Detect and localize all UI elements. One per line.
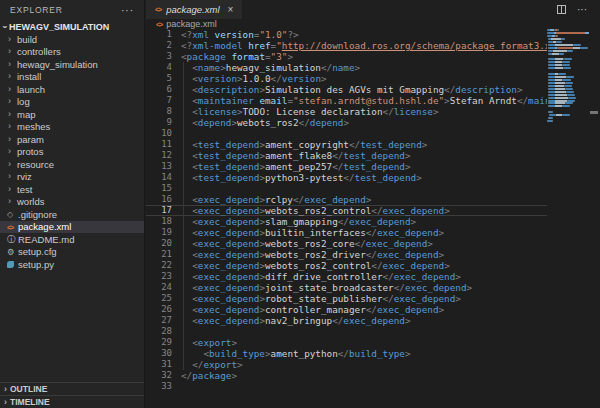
line-number[interactable]: 8: [146, 106, 172, 117]
line-number[interactable]: 3: [146, 51, 172, 62]
file-row-.gitignore[interactable]: .gitignore: [0, 208, 144, 221]
line-number[interactable]: 22: [146, 260, 172, 271]
line-number[interactable]: 30: [146, 348, 172, 359]
tree-row-rviz[interactable]: ›rviz: [0, 171, 144, 184]
tree-row-worlds[interactable]: ›worlds: [0, 196, 144, 209]
tree-row-controllers[interactable]: ›controllers: [0, 46, 144, 59]
tree-row-resource[interactable]: ›resource: [0, 158, 144, 171]
minimap-line: [547, 79, 589, 81]
code-line-text[interactable]: <export>: [181, 337, 547, 348]
tree-row-install[interactable]: ›install: [0, 71, 144, 84]
code-line-text[interactable]: </package>: [181, 370, 547, 381]
code-line-text[interactable]: <test_depend>python3-pytest</test_depend…: [181, 172, 547, 183]
line-number[interactable]: 12: [146, 150, 172, 161]
tree-row-log[interactable]: ›log: [0, 96, 144, 109]
file-row-setup.cfg[interactable]: setup.cfg: [0, 246, 144, 259]
tree-row-build[interactable]: ›build: [0, 33, 144, 46]
code-line-text[interactable]: <?xml version="1.0"?>: [181, 29, 547, 40]
line-number[interactable]: 4: [146, 62, 172, 73]
more-actions-icon[interactable]: [577, 4, 587, 15]
code-line-text[interactable]: <exec_depend>slam_gmapping</exec_depend>: [181, 216, 547, 227]
code-line: 11 <test_depend>ament_copyright</test_de…: [146, 139, 547, 150]
tree-row-test[interactable]: ›test: [0, 183, 144, 196]
code-line-text[interactable]: <exec_depend>rclpy</exec_depend>: [181, 194, 547, 205]
code-line-text[interactable]: <depend>webots_ros2</depend>: [181, 117, 547, 128]
line-number[interactable]: 29: [146, 337, 172, 348]
line-number[interactable]: 6: [146, 84, 172, 95]
code-line-text[interactable]: <?xml-model href="http://download.ros.or…: [181, 40, 547, 51]
code-line-text[interactable]: <exec_depend>controller_manager</exec_de…: [181, 304, 547, 315]
code-line-text[interactable]: [181, 326, 547, 337]
tree-row-launch[interactable]: ›launch: [0, 83, 144, 96]
code-line-text[interactable]: <name>hewagv_simulation</name>: [181, 62, 547, 73]
code-line-text[interactable]: <exec_depend>webots_ros2_control</exec_d…: [181, 260, 547, 271]
split-editor-icon[interactable]: [557, 5, 566, 14]
code-line-text[interactable]: <exec_depend>nav2_bringup</exec_depend>: [181, 315, 547, 326]
code-line-text[interactable]: [181, 381, 547, 392]
line-number[interactable]: 32: [146, 370, 172, 381]
line-number[interactable]: 25: [146, 293, 172, 304]
line-number[interactable]: 2: [146, 40, 172, 51]
line-number[interactable]: 26: [146, 304, 172, 315]
code-line-text[interactable]: <test_depend>ament_copyright</test_depen…: [181, 139, 547, 150]
code-line-text[interactable]: <test_depend>ament_flake8</test_depend>: [181, 150, 547, 161]
minimap-line: [547, 41, 589, 43]
line-number[interactable]: 15: [146, 183, 172, 194]
tree-row-map[interactable]: ›map: [0, 108, 144, 121]
line-number[interactable]: 13: [146, 161, 172, 172]
code-line-text[interactable]: <exec_depend>webots_ros2_core</exec_depe…: [181, 238, 547, 249]
code-line-text[interactable]: <maintainer email="stefan.arndt@stud.hsh…: [181, 95, 547, 106]
tree-row-meshes[interactable]: ›meshes: [0, 121, 144, 134]
code-line-text[interactable]: <package format="3">: [181, 51, 547, 62]
code-line-text[interactable]: <exec_depend>webots_ros2_control</exec_d…: [181, 205, 547, 216]
tree-row-hewagv_simulation[interactable]: ›hewagv_simulation: [0, 58, 144, 71]
code-line-text[interactable]: <license>TODO: License declaration</lice…: [181, 106, 547, 117]
line-number[interactable]: 9: [146, 117, 172, 128]
code-line-text[interactable]: <exec_depend>joint_state_broadcaster</ex…: [181, 282, 547, 293]
line-number[interactable]: 31: [146, 359, 172, 370]
breadcrumb-item[interactable]: package.xml: [166, 19, 217, 29]
line-number[interactable]: 28: [146, 326, 172, 337]
code-line-text[interactable]: </export>: [181, 359, 547, 370]
line-number[interactable]: 18: [146, 216, 172, 227]
line-number[interactable]: 23: [146, 271, 172, 282]
code-line-text[interactable]: <exec_depend>diff_drive_controller</exec…: [181, 271, 547, 282]
code-line-text[interactable]: <build_type>ament_python</build_type>: [181, 348, 547, 359]
line-number[interactable]: 33: [146, 381, 172, 392]
section-timeline[interactable]: TIMELINE: [0, 395, 144, 408]
line-number[interactable]: 16: [146, 194, 172, 205]
line-number[interactable]: 11: [146, 139, 172, 150]
code-line-text[interactable]: <exec_depend>builtin_interfaces</exec_de…: [181, 227, 547, 238]
tree-row-protos[interactable]: ›protos: [0, 146, 144, 159]
code-line-text[interactable]: [181, 183, 547, 194]
code-line-text[interactable]: <exec_depend>webots_ros2_driver</exec_de…: [181, 249, 547, 260]
file-row-package.xml[interactable]: package.xml: [0, 221, 144, 234]
line-number[interactable]: 21: [146, 249, 172, 260]
code-line-text[interactable]: <version>1.0.0</version>: [181, 73, 547, 84]
line-number[interactable]: 14: [146, 172, 172, 183]
explorer-more-actions-icon[interactable]: ···: [121, 5, 134, 16]
root-folder-row[interactable]: HEWAGV_SIMULATION: [0, 20, 144, 33]
overview-ruler[interactable]: [589, 29, 600, 408]
line-number[interactable]: 20: [146, 238, 172, 249]
line-number[interactable]: 19: [146, 227, 172, 238]
code-line: 15: [146, 183, 547, 194]
line-number[interactable]: 10: [146, 128, 172, 139]
line-number[interactable]: 17: [146, 205, 172, 216]
file-row-setup.py[interactable]: setup.py: [0, 258, 144, 271]
line-number[interactable]: 24: [146, 282, 172, 293]
section-outline[interactable]: OUTLINE: [0, 382, 144, 395]
code-line-text[interactable]: [181, 128, 547, 139]
line-number[interactable]: 1: [146, 29, 172, 40]
line-number[interactable]: 27: [146, 315, 172, 326]
code-line-text[interactable]: <exec_depend>robot_state_publisher</exec…: [181, 293, 547, 304]
line-number[interactable]: 5: [146, 73, 172, 84]
file-row-README.md[interactable]: README.md: [0, 233, 144, 246]
code-line-text[interactable]: <description>Simulation des AGVs mit Gma…: [181, 84, 547, 95]
minimap[interactable]: [547, 29, 589, 408]
code-line-text[interactable]: <test_depend>ament_pep257</test_depend>: [181, 161, 547, 172]
tree-row-param[interactable]: ›param: [0, 133, 144, 146]
tab-package-xml[interactable]: package.xml ×: [146, 0, 242, 19]
line-number[interactable]: 7: [146, 95, 172, 106]
close-icon[interactable]: ×: [228, 4, 234, 15]
